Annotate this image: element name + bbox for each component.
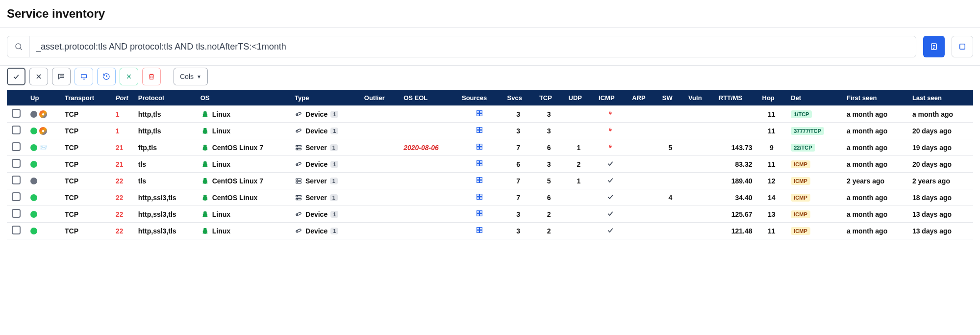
columns-button[interactable]: Cols ▼ <box>174 68 208 85</box>
table-row[interactable]: TCP22http,ssl3,tlsLinuxDevice132125.6713… <box>7 206 973 223</box>
status-dot <box>30 161 37 168</box>
col-port[interactable]: Port <box>111 90 133 106</box>
col-rtt[interactable]: RTT/MS <box>714 90 757 106</box>
row-checkbox[interactable] <box>12 142 21 151</box>
cell-outlier <box>359 156 399 173</box>
cell-rtt <box>714 123 757 139</box>
cell-det: ICMP <box>786 189 842 206</box>
reject-button[interactable] <box>29 68 48 85</box>
search-box <box>7 36 916 57</box>
svg-point-0 <box>16 44 21 49</box>
col-transport[interactable]: Transport <box>60 90 111 106</box>
col-os-eol[interactable]: OS EOL <box>399 90 457 106</box>
svg-rect-26 <box>477 130 479 133</box>
cell-sources[interactable] <box>457 123 503 139</box>
col-svcs[interactable]: Svcs <box>503 90 534 106</box>
svg-point-59 <box>297 214 298 214</box>
cell-protocol: http,tls <box>133 106 196 123</box>
cell-first-seen: a month ago <box>842 139 907 156</box>
row-checkbox[interactable] <box>12 192 21 201</box>
status-dot <box>30 144 37 151</box>
cell-sources[interactable] <box>457 139 503 156</box>
cell-sources[interactable] <box>457 206 503 223</box>
col-protocol[interactable]: Protocol <box>133 90 196 106</box>
svg-point-31 <box>297 149 298 149</box>
col-last-seen[interactable]: Last seen <box>907 90 973 106</box>
cell-icmp <box>594 106 627 123</box>
report-button[interactable] <box>923 36 945 57</box>
cell-port: 1 <box>111 106 133 123</box>
cell-os-eol: 2020-08-06 <box>399 139 457 156</box>
accept-button[interactable] <box>7 68 25 85</box>
cell-transport: TCP <box>60 106 111 123</box>
cell-sources[interactable] <box>457 223 503 239</box>
cell-rtt: 34.40 <box>714 189 757 206</box>
cell-sources[interactable] <box>457 156 503 173</box>
cell-os: CentOS Linux <box>201 194 285 202</box>
history-button[interactable] <box>97 68 116 85</box>
col-outlier[interactable]: Outlier <box>359 90 399 106</box>
row-checkbox[interactable] <box>12 126 21 134</box>
col-det[interactable]: Det <box>786 90 842 106</box>
svg-rect-49 <box>480 180 482 183</box>
table-row[interactable]: ●TCP1http,tlsLinuxDevice133111/TCPa mont… <box>7 106 973 123</box>
cell-sw: 4 <box>657 189 683 206</box>
col-up[interactable]: Up <box>25 90 60 106</box>
cell-sources[interactable] <box>457 106 503 123</box>
col-arp[interactable]: ARP <box>627 90 657 106</box>
cell-hop: 12 <box>757 173 786 189</box>
col-first-seen[interactable]: First seen <box>842 90 907 106</box>
cell-last-seen: 2 years ago <box>907 173 973 189</box>
cell-vuln <box>683 123 714 139</box>
cell-type: Device1 <box>295 227 354 235</box>
search-input[interactable] <box>30 42 916 52</box>
col-icmp[interactable]: ICMP <box>594 90 627 106</box>
svg-rect-22 <box>296 129 301 132</box>
col-type[interactable]: Type <box>290 90 359 106</box>
table-row[interactable]: TCP22http,ssl3,tlsLinuxDevice132121.4811… <box>7 223 973 239</box>
svg-point-11 <box>62 76 63 76</box>
row-checkbox[interactable] <box>12 176 21 184</box>
cell-os: CentOS Linux 7 <box>201 177 285 185</box>
cell-vuln <box>683 106 714 123</box>
col-udp[interactable]: UDP <box>564 90 594 106</box>
svg-rect-46 <box>477 178 479 180</box>
comment-button[interactable] <box>52 68 71 85</box>
status-dot <box>30 228 37 234</box>
cell-hop: 14 <box>757 189 786 206</box>
row-checkbox[interactable] <box>12 109 21 118</box>
svg-rect-60 <box>477 211 479 213</box>
row-checkbox[interactable] <box>12 226 21 234</box>
svg-rect-38 <box>477 161 479 163</box>
svg-rect-56 <box>477 197 479 200</box>
table-row[interactable]: TCP21tlsLinuxDevice163283.3211ICMPa mont… <box>7 156 973 173</box>
col-hop[interactable]: Hop <box>757 90 786 106</box>
cell-first-seen: a month ago <box>842 123 907 139</box>
merge-button[interactable] <box>120 68 138 85</box>
table-row[interactable]: TCP22tlsCentOS Linux 7Server1751189.4012… <box>7 173 973 189</box>
cell-tcp: 6 <box>534 139 564 156</box>
delete-button[interactable] <box>142 68 161 85</box>
table-row[interactable]: TCP22http,ssl3,tlsCentOS LinuxServer1764… <box>7 189 973 206</box>
cell-last-seen: 13 days ago <box>907 223 973 239</box>
cell-type: Device1 <box>295 127 354 135</box>
table-row[interactable]: ●TCP1http,tlsLinuxDevice1331137777/TCPa … <box>7 123 973 139</box>
col-sw[interactable]: SW <box>657 90 683 106</box>
cell-first-seen: 2 years ago <box>842 173 907 189</box>
cell-rtt <box>714 106 757 123</box>
col-vuln[interactable]: Vuln <box>683 90 714 106</box>
cell-sources[interactable] <box>457 189 503 206</box>
table-row[interactable]: 📨TCP21ftp,tlsCentOS Linux 7Server12020-0… <box>7 139 973 156</box>
cell-outlier <box>359 123 399 139</box>
col-tcp[interactable]: TCP <box>534 90 564 106</box>
row-checkbox[interactable] <box>12 159 21 168</box>
cell-transport: TCP <box>60 156 111 173</box>
row-checkbox[interactable] <box>12 209 21 218</box>
col-os[interactable]: OS <box>196 90 290 106</box>
cell-outlier <box>359 206 399 223</box>
col-sources[interactable]: Sources <box>457 90 503 106</box>
screen-button[interactable] <box>75 68 93 85</box>
cell-protocol: http,ssl3,tls <box>133 206 196 223</box>
cell-sources[interactable] <box>457 173 503 189</box>
secondary-action-button[interactable] <box>952 36 973 57</box>
